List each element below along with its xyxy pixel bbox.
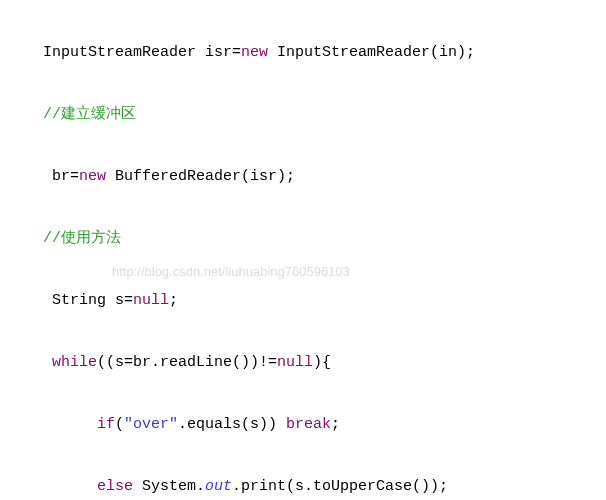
code-text: .equals(s)): [178, 416, 286, 433]
keyword-null: null: [277, 354, 313, 371]
code-text: ((s=br.readLine())!=: [97, 354, 277, 371]
keyword-else: else: [97, 478, 133, 495]
code-text: String s=: [34, 292, 133, 309]
code-line: else System.out.print(s.toUpperCase());: [34, 471, 606, 500]
keyword-if: if: [97, 416, 115, 433]
keyword-while: while: [34, 354, 97, 371]
keyword-new: new: [241, 44, 268, 61]
code-text: System.: [133, 478, 205, 495]
code-text: ){: [313, 354, 331, 371]
code-line: while((s=br.readLine())!=null){: [34, 347, 606, 378]
keyword-null: null: [133, 292, 169, 309]
code-line: br=new BufferedReader(isr);: [34, 161, 606, 192]
code-line: //建立缓冲区: [34, 99, 606, 130]
code-text: ;: [169, 292, 178, 309]
code-line: String s=null;: [34, 285, 606, 316]
code-line: if("over".equals(s)) break;: [34, 409, 606, 440]
keyword-new: new: [79, 168, 106, 185]
comment-text: //建立缓冲区: [34, 106, 136, 123]
code-text: [34, 478, 97, 495]
code-text: [34, 416, 97, 433]
code-line: InputStreamReader isr=new InputStreamRea…: [34, 37, 606, 68]
code-text: InputStreamReader(in);: [268, 44, 475, 61]
code-text: BufferedReader(isr);: [106, 168, 295, 185]
keyword-break: break: [286, 416, 331, 433]
string-literal: "over": [124, 416, 178, 433]
code-text: InputStreamReader isr=: [34, 44, 241, 61]
field-out: out: [205, 478, 232, 495]
code-text: .print(s.toUpperCase());: [232, 478, 448, 495]
comment-text: //使用方法: [34, 230, 121, 247]
code-line: //使用方法: [34, 223, 606, 254]
code-text: ;: [331, 416, 340, 433]
code-block: InputStreamReader isr=new InputStreamRea…: [0, 0, 606, 500]
code-text: (: [115, 416, 124, 433]
watermark-text: http://blog.csdn.net/liuhuabing760596103: [112, 256, 350, 287]
code-text: br=: [34, 168, 79, 185]
